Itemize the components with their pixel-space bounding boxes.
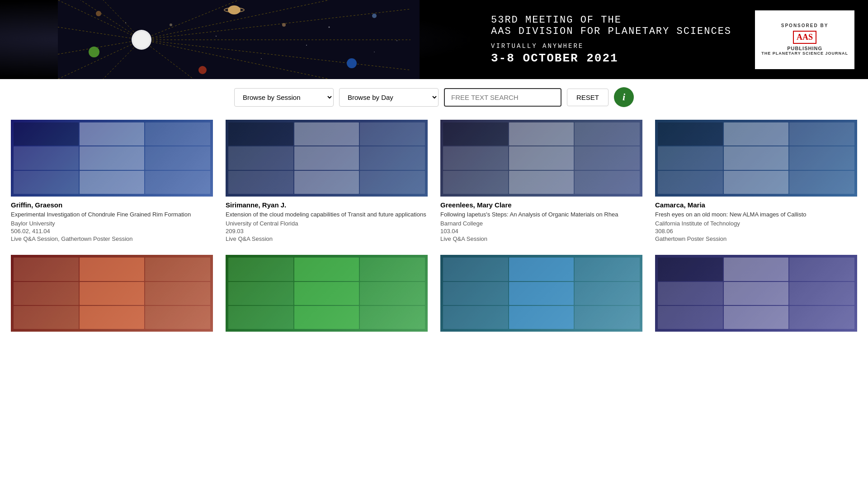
poster-card[interactable] bbox=[649, 250, 863, 344]
poster-session: Live Q&A Session bbox=[440, 235, 642, 242]
poster-thumbnail bbox=[11, 255, 213, 332]
poster-thumbnail bbox=[440, 120, 642, 197]
poster-title: Extension of the cloud modeling capabili… bbox=[226, 211, 428, 219]
poster-author: Camarca, Maria bbox=[655, 201, 857, 209]
info-button[interactable]: i bbox=[614, 87, 634, 107]
poster-thumbnail bbox=[11, 120, 213, 197]
poster-institution: Barnard College bbox=[440, 220, 642, 227]
controls-bar: Browse by Session Browse by Day RESET i bbox=[0, 79, 868, 115]
svg-point-19 bbox=[89, 47, 99, 57]
aas-logo: AAS bbox=[793, 31, 816, 44]
header-info: 53RD MEETING OF THE AAS DIVISION FOR PLA… bbox=[477, 0, 868, 79]
svg-point-20 bbox=[198, 66, 207, 74]
poster-author: Sirimanne, Ryan J. bbox=[226, 201, 428, 209]
poster-card[interactable] bbox=[434, 250, 649, 344]
conference-title: 53RD MEETING OF THE AAS DIVISION FOR PLA… bbox=[491, 14, 731, 65]
title-line1: 53RD MEETING OF THE bbox=[491, 14, 731, 26]
svg-point-22 bbox=[96, 11, 101, 16]
poster-thumbnail bbox=[226, 255, 428, 332]
svg-point-30 bbox=[125, 22, 126, 23]
poster-session: Gathertown Poster Session bbox=[655, 235, 857, 242]
poster-card[interactable] bbox=[5, 250, 219, 344]
svg-point-17 bbox=[228, 5, 241, 14]
poster-code: 103.04 bbox=[440, 228, 642, 235]
poster-thumbnail bbox=[226, 120, 428, 197]
svg-point-26 bbox=[216, 36, 217, 37]
poster-author: Greenlees, Mary Clare bbox=[440, 201, 642, 209]
poster-title: Fresh eyes on an old moon: New ALMA imag… bbox=[655, 211, 857, 219]
poster-card[interactable]: Greenlees, Mary ClareFollowing Iapetus's… bbox=[434, 115, 649, 250]
svg-point-27 bbox=[306, 45, 307, 46]
search-input[interactable] bbox=[444, 88, 561, 107]
poster-card[interactable]: Griffin, GraesonExperimental Investigati… bbox=[5, 115, 219, 250]
poster-thumbnail bbox=[655, 255, 857, 332]
publishing-text: PUBLISHING bbox=[787, 46, 822, 51]
subtitle: VIRTUALLY ANYWHERE bbox=[491, 42, 731, 50]
poster-code: 308.06 bbox=[655, 228, 857, 235]
poster-institution: California Institute of Technology bbox=[655, 220, 857, 227]
poster-grid: Griffin, GraesonExperimental Investigati… bbox=[0, 115, 868, 344]
journal-name: THE PLANETARY SCIENCE JOURNAL bbox=[761, 51, 848, 56]
svg-point-32 bbox=[374, 52, 375, 52]
svg-point-29 bbox=[329, 27, 330, 28]
poster-code: 506.02, 411.04 bbox=[11, 228, 213, 235]
svg-point-16 bbox=[133, 32, 150, 48]
session-dropdown[interactable]: Browse by Session bbox=[234, 88, 334, 107]
reset-button[interactable]: RESET bbox=[567, 89, 609, 106]
poster-institution: University of Central Florida bbox=[226, 220, 428, 227]
poster-institution: Baylor University bbox=[11, 220, 213, 227]
poster-code: 209.03 bbox=[226, 228, 428, 235]
poster-author: Griffin, Graeson bbox=[11, 201, 213, 209]
poster-session: Live Q&A Session bbox=[226, 235, 428, 242]
dates: 3-8 OCTOBER 2021 bbox=[491, 52, 731, 65]
svg-point-25 bbox=[170, 23, 172, 26]
sponsor-logo: AAS PUBLISHING THE PLANETARY SCIENCE JOU… bbox=[761, 31, 848, 56]
sponsor-label: SPONSORED BY bbox=[781, 23, 829, 28]
poster-title: Following Iapetus's Steps: An Analysis o… bbox=[440, 211, 642, 219]
sponsor-box: SPONSORED BY AAS PUBLISHING THE PLANETAR… bbox=[755, 10, 854, 69]
poster-title: Experimental Investigation of Chondrule … bbox=[11, 211, 213, 219]
poster-card[interactable] bbox=[219, 250, 434, 344]
svg-point-21 bbox=[347, 58, 357, 68]
poster-thumbnail bbox=[440, 255, 642, 332]
poster-session: Live Q&A Session, Gathertown Poster Sess… bbox=[11, 235, 213, 242]
svg-point-24 bbox=[372, 14, 377, 18]
poster-card[interactable]: Sirimanne, Ryan J.Extension of the cloud… bbox=[219, 115, 434, 250]
header: 53RD MEETING OF THE AAS DIVISION FOR PLA… bbox=[0, 0, 868, 79]
header-banner bbox=[0, 0, 477, 79]
svg-point-23 bbox=[282, 23, 286, 27]
day-dropdown[interactable]: Browse by Day bbox=[339, 88, 439, 107]
poster-thumbnail bbox=[655, 120, 857, 197]
title-line2: AAS DIVISION FOR PLANETARY SCIENCES bbox=[491, 26, 731, 37]
poster-card[interactable]: Camarca, MariaFresh eyes on an old moon:… bbox=[649, 115, 863, 250]
svg-point-31 bbox=[396, 40, 397, 41]
svg-point-28 bbox=[261, 58, 262, 59]
